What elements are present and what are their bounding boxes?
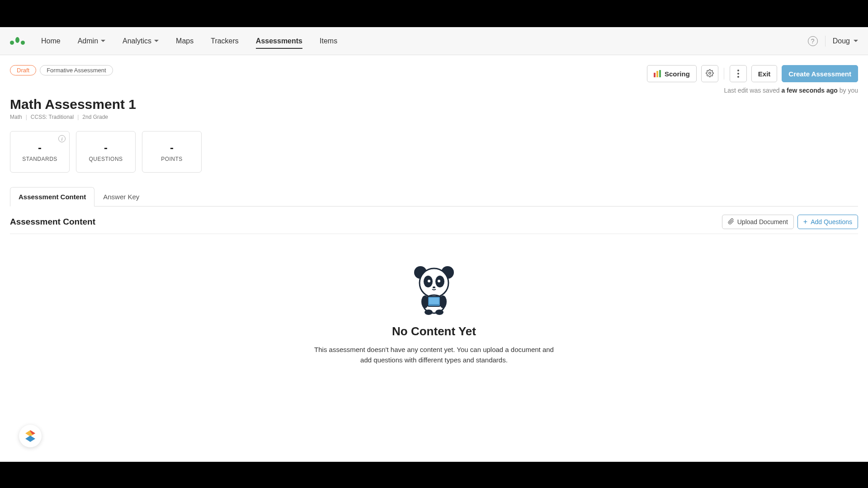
user-menu[interactable]: Doug <box>833 37 858 45</box>
draft-badge: Draft <box>10 65 36 75</box>
more-options-button[interactable] <box>730 65 747 82</box>
svg-marker-18 <box>25 436 35 442</box>
help-icon[interactable]: ? <box>808 36 818 46</box>
floating-help-badge[interactable] <box>19 425 42 447</box>
empty-state: No Content Yet This assessment doesn't h… <box>10 261 858 365</box>
panda-icon <box>10 261 858 315</box>
chevron-down-icon <box>854 40 858 42</box>
svg-rect-13 <box>429 298 439 304</box>
add-questions-button[interactable]: + Add Questions <box>797 215 858 229</box>
chevron-down-icon <box>154 40 159 42</box>
nav-analytics[interactable]: Analytics <box>114 27 167 55</box>
scoring-button[interactable]: Scoring <box>647 65 697 82</box>
plus-icon: + <box>803 218 807 225</box>
svg-point-6 <box>428 280 430 282</box>
gear-icon <box>706 69 714 79</box>
more-icon <box>737 70 739 78</box>
paperclip-icon <box>728 218 734 226</box>
empty-state-text: This assessment doesn't have any content… <box>312 345 556 365</box>
save-status: Last edit was saved a few seconds ago by… <box>10 87 858 94</box>
divider <box>724 68 724 80</box>
tab-answer-key[interactable]: Answer Key <box>94 187 148 206</box>
questions-stat-card: - QUESTIONS <box>76 131 136 173</box>
section-title: Assessment Content <box>10 217 95 227</box>
svg-point-0 <box>709 72 711 74</box>
create-assessment-button[interactable]: Create Assessment <box>782 65 858 82</box>
points-stat-card: - POINTS <box>142 131 202 173</box>
assessment-type-badge: Formative Assessment <box>40 65 113 75</box>
nav-trackers[interactable]: Trackers <box>203 27 247 55</box>
breadcrumb: Math | CCSS: Traditional | 2nd Grade <box>10 114 858 120</box>
nav-maps[interactable]: Maps <box>168 27 202 55</box>
tab-assessment-content[interactable]: Assessment Content <box>10 187 94 206</box>
top-navigation: Home Admin Analytics Maps Trackers Asses… <box>0 27 868 55</box>
settings-button[interactable] <box>701 65 718 82</box>
upload-document-button[interactable]: Upload Document <box>722 215 794 229</box>
empty-state-title: No Content Yet <box>10 324 858 338</box>
divider <box>825 36 826 47</box>
user-name: Doug <box>833 37 850 45</box>
nav-home[interactable]: Home <box>33 27 69 55</box>
chevron-down-icon <box>101 40 105 42</box>
exit-button[interactable]: Exit <box>751 65 778 82</box>
svg-point-15 <box>435 310 443 315</box>
info-icon[interactable]: i <box>58 135 66 142</box>
nav-admin[interactable]: Admin <box>70 27 113 55</box>
standards-stat-card: i - STANDARDS <box>10 131 70 173</box>
svg-point-8 <box>433 286 435 288</box>
svg-point-14 <box>425 310 433 315</box>
svg-point-7 <box>438 280 440 282</box>
nav-assessments[interactable]: Assessments <box>248 27 311 55</box>
page-title: Math Assessment 1 <box>10 97 858 112</box>
nav-items[interactable]: Items <box>311 27 345 55</box>
scoring-icon <box>654 70 661 77</box>
app-logo[interactable] <box>10 38 25 44</box>
